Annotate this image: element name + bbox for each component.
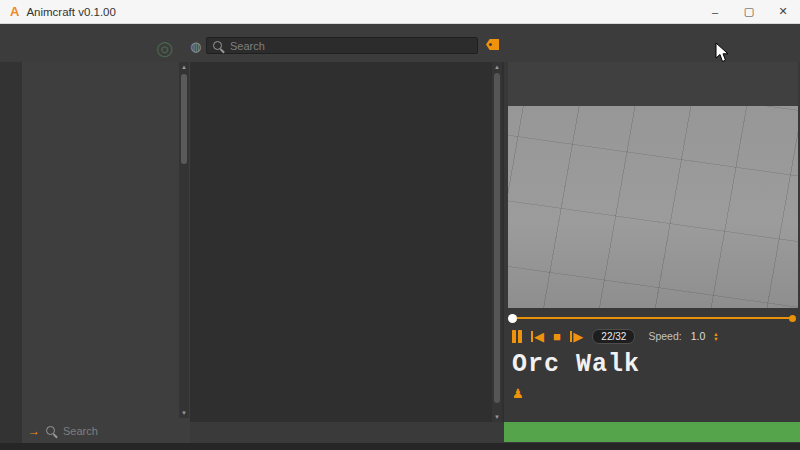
title-bar: A Animcraft v0.1.00 – ▢ ✕ xyxy=(0,0,800,24)
speed-label: Speed: xyxy=(648,330,681,342)
search-icon xyxy=(213,41,222,50)
step-back-button[interactable]: ◀ xyxy=(531,329,545,344)
animation-grid-panel: ▲ ▼ xyxy=(190,62,504,443)
minimize-button[interactable]: – xyxy=(698,0,732,23)
mouse-cursor xyxy=(714,42,730,64)
app-logo-icon: A xyxy=(10,4,19,19)
pause-button[interactable] xyxy=(512,330,522,343)
timeline[interactable] xyxy=(508,312,798,324)
search-icon xyxy=(46,426,55,435)
tree-search-box xyxy=(46,424,184,438)
window-title: Animcraft v0.1.00 xyxy=(26,6,115,18)
timeline-handle[interactable] xyxy=(508,314,517,323)
record-ghost-icon: ◎ xyxy=(156,36,173,60)
step-forward-button[interactable]: ▶ xyxy=(570,329,584,344)
grid-scrollbar[interactable]: ▲ ▼ xyxy=(492,62,502,422)
playback-controls: ◀ ■ ▶ 22/32 Speed: 1.0 ▴▾ xyxy=(512,326,718,346)
timeline-end-dot xyxy=(789,315,796,322)
maximize-button[interactable]: ▢ xyxy=(732,0,766,23)
pagination-bar xyxy=(190,422,504,443)
go-arrow-icon[interactable]: → xyxy=(28,424,40,438)
animation-title: Orc Walk xyxy=(512,350,640,379)
export-buttons-bar xyxy=(504,422,800,442)
timeline-track xyxy=(514,317,792,319)
person-icon: ♟ xyxy=(512,386,524,401)
tree-search-input[interactable] xyxy=(61,424,184,438)
retarget-tags-block: ♟ xyxy=(512,384,794,401)
preview-panel: ◀ ■ ▶ 22/32 Speed: 1.0 ▴▾ Orc Walk ♟ xyxy=(504,62,800,443)
status-bar xyxy=(0,443,800,450)
stop-button[interactable]: ■ xyxy=(553,329,561,344)
category-tree-panel: ▲ ▼ → xyxy=(22,62,190,443)
library-search-box xyxy=(206,37,478,54)
tree-scrollbar[interactable]: ▲ ▼ xyxy=(179,62,189,418)
animcraft-window: A Animcraft v0.1.00 – ▢ ✕ ◎ ◍ ▲ ▼ → xyxy=(0,0,800,450)
globe-icon: ◍ xyxy=(190,39,201,54)
frame-counter: 22/32 xyxy=(592,329,635,344)
library-search-input[interactable] xyxy=(228,39,471,53)
sidebar-tab-strip xyxy=(0,62,22,443)
close-button[interactable]: ✕ xyxy=(766,0,800,23)
speed-value: 1.0 xyxy=(691,330,706,342)
floor-grid xyxy=(508,106,798,308)
speed-stepper[interactable]: ▴▾ xyxy=(714,331,717,341)
3d-viewport[interactable] xyxy=(508,62,798,308)
tree-search-row: → xyxy=(22,421,190,440)
